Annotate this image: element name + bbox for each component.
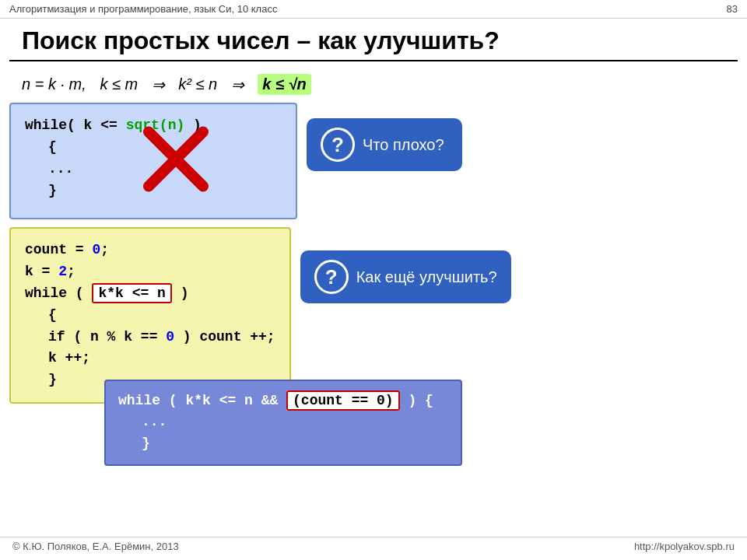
inner-while-1: ( k*k <= n &&	[160, 393, 286, 408]
bottom-line-2: k = 2;	[25, 261, 275, 283]
code-plain-1: ( k <=	[67, 117, 126, 133]
formula-part3: k² ≤ n	[178, 75, 217, 93]
bottom-question-bubble: ? Как ещё улучшить?	[300, 250, 511, 303]
while-close: )	[172, 285, 189, 301]
keyword-if: if	[48, 329, 65, 345]
k-text: k =	[25, 264, 58, 279]
code-plain-2: )	[184, 117, 202, 133]
zero-num: 0	[166, 329, 174, 345]
code-line-2: {	[25, 137, 282, 159]
inner-while-end: ) {	[400, 393, 433, 408]
inner-while-kw: while	[118, 393, 160, 408]
bottom-line-1: count = 0;	[25, 240, 275, 261]
bottom-question-label: ?	[325, 265, 338, 289]
bottom-line-6: k ++;	[25, 348, 275, 369]
footer-left: © К.Ю. Поляков, Е.А. Ерёмин, 2013	[12, 541, 179, 552]
count-num: 0	[92, 242, 100, 257]
code-line-1: while( k <= sqrt(n) )	[25, 115, 282, 137]
if-cond: ( n % k ==	[65, 329, 167, 345]
brace-open2: {	[48, 307, 57, 323]
inner-close: }	[142, 436, 150, 451]
bottom-question-circle: ?	[314, 260, 349, 294]
formula-arrow2: ⇒	[231, 75, 244, 94]
top-code-box: while( k <= sqrt(n) ) { ... }	[9, 103, 297, 219]
count-text: count =	[25, 242, 92, 257]
inner-blue-code-box: while ( k*k <= n && (count == 0) ) { ...…	[104, 380, 462, 467]
code-brace-open: {	[48, 139, 57, 155]
footer-right: http://kpolyakov.spb.ru	[634, 541, 735, 552]
bottom-code-box: count = 0; k = 2; while ( k*k <= n ) { i…	[9, 227, 291, 404]
page-title: Поиск простых чисел – как улучшить?	[9, 19, 738, 61]
sqrt-highlight: sqrt(n)	[126, 117, 185, 133]
semicolon2: ;	[67, 264, 75, 279]
page-number: 83	[727, 3, 738, 15]
top-question-label: ?	[331, 133, 344, 157]
while-condition: k*k <= n	[92, 283, 171, 303]
formula-part1: n = k · m,	[22, 75, 86, 93]
footer: © К.Ю. Поляков, Е.А. Ерёмин, 2013 http:/…	[0, 537, 747, 555]
inner-count-highlight: (count == 0)	[286, 390, 400, 411]
bottom-question-text: Как ещё улучшить?	[356, 268, 497, 286]
bottom-line-5: if ( n % k == 0 ) count ++;	[25, 327, 275, 348]
inner-line-3: }	[118, 433, 448, 455]
header-bar: Алгоритмизация и программирование, язык …	[0, 0, 747, 19]
while-paren: (	[67, 285, 92, 301]
inner-line-1: while ( k*k <= n && (count == 0) ) {	[118, 390, 448, 412]
code-line-4: }	[25, 180, 282, 202]
bottom-line-3: while ( k*k <= n )	[25, 283, 275, 305]
keyword-while2: while	[25, 285, 67, 301]
inner-line-2: ...	[118, 411, 448, 433]
formula-arrow1: ⇒	[152, 75, 165, 94]
code-brace-close: }	[48, 183, 57, 198]
top-question-bubble: ? Что плохо?	[307, 118, 462, 171]
formula-row: n = k · m, k ≤ m ⇒ k² ≤ n ⇒ k ≤ √n	[9, 69, 738, 103]
top-question-circle: ?	[321, 128, 355, 162]
bottom-line-4: {	[25, 305, 275, 327]
formula-part2: k ≤ m	[100, 75, 138, 93]
header-left: Алгоритмизация и программирование, язык …	[9, 3, 277, 15]
formula-highlight: k ≤ √n	[258, 74, 310, 95]
code-line-3: ...	[25, 159, 282, 180]
inner-dots: ...	[142, 414, 167, 429]
main-content: while( k <= sqrt(n) ) { ... } ?	[0, 103, 747, 404]
code-dots: ...	[48, 161, 73, 177]
top-row: while( k <= sqrt(n) ) { ... } ?	[9, 103, 738, 219]
keyword-while: while	[25, 117, 67, 133]
k-num: 2	[58, 264, 67, 279]
k-inc: k ++;	[48, 350, 90, 366]
if-end: ) count ++;	[174, 329, 275, 345]
bottom-row: count = 0; k = 2; while ( k*k <= n ) { i…	[9, 227, 738, 404]
semicolon1: ;	[100, 242, 109, 257]
top-question-text: Что плохо?	[363, 136, 444, 154]
brace-close2: }	[48, 372, 57, 387]
